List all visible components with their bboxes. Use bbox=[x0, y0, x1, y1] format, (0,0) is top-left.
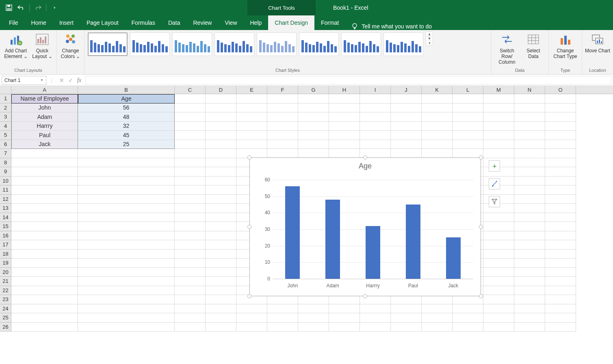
cell-I26[interactable] bbox=[360, 323, 391, 332]
cell-O24[interactable] bbox=[545, 304, 576, 314]
cell-J5[interactable] bbox=[391, 131, 422, 140]
cell-O25[interactable] bbox=[545, 313, 576, 323]
cell-C10[interactable] bbox=[175, 177, 206, 186]
cell-H5[interactable] bbox=[329, 131, 360, 140]
cell-H7[interactable] bbox=[329, 149, 360, 158]
cell-F5[interactable] bbox=[267, 131, 298, 140]
cell-J2[interactable] bbox=[391, 103, 422, 113]
cell-C4[interactable] bbox=[175, 122, 206, 131]
select-data-button[interactable]: Select Data bbox=[522, 32, 545, 59]
column-header-K[interactable]: K bbox=[422, 86, 453, 94]
cell-I1[interactable] bbox=[360, 94, 391, 103]
cell-H2[interactable] bbox=[329, 103, 360, 113]
cell-M6[interactable] bbox=[483, 140, 514, 149]
row-header-8[interactable]: 8 bbox=[0, 158, 11, 168]
resize-handle[interactable] bbox=[247, 225, 251, 229]
change-chart-type-button[interactable]: Change Chart Type bbox=[551, 32, 579, 59]
cell-O22[interactable] bbox=[545, 286, 576, 295]
cell-G4[interactable] bbox=[298, 122, 329, 131]
cell-D16[interactable] bbox=[206, 231, 236, 241]
row-header-20[interactable]: 20 bbox=[0, 268, 11, 277]
cell-C3[interactable] bbox=[175, 112, 206, 122]
cell-L5[interactable] bbox=[453, 131, 483, 140]
chart-style-option[interactable] bbox=[214, 32, 254, 56]
cell-M17[interactable] bbox=[483, 240, 514, 250]
cell-A14[interactable] bbox=[11, 213, 78, 222]
cell-N21[interactable] bbox=[514, 277, 545, 286]
cell-D21[interactable] bbox=[206, 277, 236, 286]
cell-N13[interactable] bbox=[514, 204, 545, 213]
cell-I25[interactable] bbox=[360, 313, 391, 323]
cell-D2[interactable] bbox=[206, 103, 236, 113]
cell-J3[interactable] bbox=[391, 112, 422, 122]
cell-A21[interactable] bbox=[11, 277, 78, 286]
column-header-D[interactable]: D bbox=[206, 86, 236, 94]
cell-B12[interactable] bbox=[78, 195, 175, 204]
cell-K25[interactable] bbox=[422, 313, 453, 323]
cell-B17[interactable] bbox=[78, 240, 175, 250]
cell-M3[interactable] bbox=[483, 112, 514, 122]
cell-E5[interactable] bbox=[236, 131, 267, 140]
cell-M2[interactable] bbox=[483, 103, 514, 113]
cell-K3[interactable] bbox=[422, 112, 453, 122]
cell-N9[interactable] bbox=[514, 167, 545, 177]
formula-input[interactable] bbox=[85, 76, 611, 85]
cell-C18[interactable] bbox=[175, 250, 206, 259]
cell-O4[interactable] bbox=[545, 122, 576, 131]
tell-me-search[interactable]: Tell me what you want to do bbox=[351, 23, 432, 30]
cell-O16[interactable] bbox=[545, 231, 576, 241]
cell-E2[interactable] bbox=[236, 103, 267, 113]
cell-D25[interactable] bbox=[206, 313, 236, 323]
cell-O20[interactable] bbox=[545, 268, 576, 277]
cell-O17[interactable] bbox=[545, 240, 576, 250]
gallery-down-icon[interactable]: ▼ bbox=[426, 37, 433, 41]
cell-D18[interactable] bbox=[206, 250, 236, 259]
cell-D5[interactable] bbox=[206, 131, 236, 140]
cell-K6[interactable] bbox=[422, 140, 453, 149]
save-icon[interactable] bbox=[4, 3, 14, 13]
row-header-24[interactable]: 24 bbox=[0, 304, 11, 314]
row-header-7[interactable]: 7 bbox=[0, 149, 11, 158]
cell-M20[interactable] bbox=[483, 268, 514, 277]
cell-B15[interactable] bbox=[78, 222, 175, 231]
cell-C25[interactable] bbox=[175, 313, 206, 323]
chart-plot-area[interactable]: 0102030405060JohnAdamHarrryPaulJack bbox=[273, 180, 473, 279]
tab-data[interactable]: Data bbox=[162, 15, 187, 30]
move-chart-button[interactable]: Move Chart bbox=[585, 32, 611, 54]
cell-K24[interactable] bbox=[422, 304, 453, 314]
cell-C13[interactable] bbox=[175, 204, 206, 213]
cell-E25[interactable] bbox=[236, 313, 267, 323]
cell-I2[interactable] bbox=[360, 103, 391, 113]
cell-O10[interactable] bbox=[545, 177, 576, 186]
cell-M25[interactable] bbox=[483, 313, 514, 323]
cell-J23[interactable] bbox=[391, 295, 422, 304]
cell-A19[interactable] bbox=[11, 258, 78, 268]
row-header-23[interactable]: 23 bbox=[0, 295, 11, 304]
row-header-9[interactable]: 9 bbox=[0, 167, 11, 177]
cell-J24[interactable] bbox=[391, 304, 422, 314]
cell-F2[interactable] bbox=[267, 103, 298, 113]
column-header-E[interactable]: E bbox=[236, 86, 267, 94]
cell-H24[interactable] bbox=[329, 304, 360, 314]
cell-N10[interactable] bbox=[514, 177, 545, 186]
chart-styles-button[interactable] bbox=[489, 178, 500, 190]
cell-B14[interactable] bbox=[78, 213, 175, 222]
row-header-16[interactable]: 16 bbox=[0, 231, 11, 241]
resize-handle[interactable] bbox=[247, 294, 251, 298]
cell-D20[interactable] bbox=[206, 268, 236, 277]
cell-B19[interactable] bbox=[78, 258, 175, 268]
column-header-L[interactable]: L bbox=[453, 86, 483, 94]
row-header-14[interactable]: 14 bbox=[0, 213, 11, 222]
cell-B26[interactable] bbox=[78, 323, 175, 332]
cell-N23[interactable] bbox=[514, 295, 545, 304]
cell-C1[interactable] bbox=[175, 94, 206, 103]
cell-O18[interactable] bbox=[545, 250, 576, 259]
cell-N19[interactable] bbox=[514, 258, 545, 268]
cell-K26[interactable] bbox=[422, 323, 453, 332]
cell-N26[interactable] bbox=[514, 323, 545, 332]
cell-G2[interactable] bbox=[298, 103, 329, 113]
cell-C19[interactable] bbox=[175, 258, 206, 268]
cell-N15[interactable] bbox=[514, 222, 545, 231]
chart-bar[interactable] bbox=[325, 200, 340, 279]
quick-layout-button[interactable]: Quick Layout ⌄ bbox=[31, 32, 54, 59]
